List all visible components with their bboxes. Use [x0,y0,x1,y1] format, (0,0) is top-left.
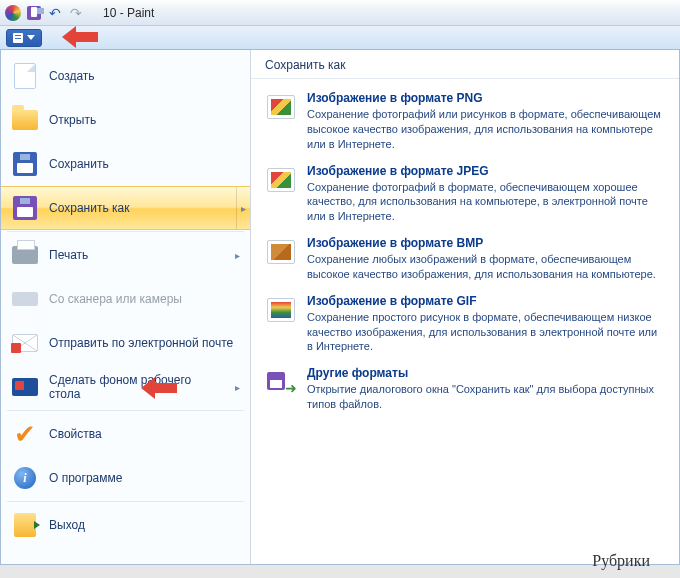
menu-item-scanner: Со сканера или камеры [1,277,250,321]
menu-separator [7,231,244,232]
save-as-gif[interactable]: Изображение в формате GIF Сохранение про… [261,288,669,361]
menu-item-label: Со сканера или камеры [49,292,240,306]
file-menu-left-column: Создать Открыть Сохранить Сохранить как … [1,50,251,564]
menu-item-exit[interactable]: Выход [1,503,250,547]
format-desc: Сохранение простого рисунок в формате, о… [307,310,665,355]
save-as-submenu-panel: Сохранить как Изображение в формате PNG … [251,50,679,564]
format-desc: Сохранение фотографий или рисунков в фор… [307,107,665,152]
menu-item-label: Сохранить [49,157,240,171]
menu-item-about[interactable]: i О программе [1,456,250,500]
menu-item-label: Выход [49,518,240,532]
menu-separator [7,501,244,502]
file-doc-icon [13,33,23,43]
submenu-list: Изображение в формате PNG Сохранение фот… [251,79,679,424]
menu-item-email[interactable]: Отправить по электронной почте [1,321,250,365]
desktop-bg-icon [11,373,39,401]
submenu-chevron-icon: ▸ [235,250,240,261]
window-title: 10 - Paint [103,6,154,20]
dropdown-triangle-icon [27,35,35,40]
format-title: Другие форматы [307,366,665,380]
qat-save-icon[interactable] [25,4,43,22]
menu-item-properties[interactable]: ✔ Свойства [1,412,250,456]
paint-app-icon [4,4,22,22]
print-icon [11,241,39,269]
format-title: Изображение в формате JPEG [307,164,665,178]
menu-item-label: Создать [49,69,240,83]
save-as-jpeg[interactable]: Изображение в формате JPEG Сохранение фо… [261,158,669,231]
menu-item-label: Отправить по электронной почте [49,336,240,350]
gif-icon [265,294,297,326]
qat-redo-icon[interactable]: ↷ [67,4,85,22]
open-icon [11,106,39,134]
format-title: Изображение в формате GIF [307,294,665,308]
jpeg-icon [265,164,297,196]
save-icon [11,150,39,178]
menu-item-print[interactable]: Печать ▸ [1,233,250,277]
menu-item-label: Сделать фоном рабочего стола [49,373,225,401]
menu-item-label: Печать [49,248,225,262]
png-icon [265,91,297,123]
submenu-header: Сохранить как [251,50,679,79]
file-menu-panel: Создать Открыть Сохранить Сохранить как … [0,50,680,565]
scanner-icon [11,285,39,313]
menu-item-open[interactable]: Открыть [1,98,250,142]
format-desc: Открытие диалогового окна "Сохранить как… [307,382,665,412]
menu-separator [7,410,244,411]
format-title: Изображение в формате PNG [307,91,665,105]
submenu-indicator: ▸ [236,187,250,229]
menu-item-new[interactable]: Создать [1,54,250,98]
qat-undo-icon[interactable]: ↶ [46,4,64,22]
format-desc: Сохранение фотографий в формате, обеспеч… [307,180,665,225]
email-icon [11,329,39,357]
save-as-bmp[interactable]: Изображение в формате BMP Сохранение люб… [261,230,669,288]
submenu-chevron-icon: ▸ [235,382,240,393]
menu-item-label: Сохранить как [49,201,226,215]
menu-item-label: О программе [49,471,240,485]
save-as-other[interactable]: Другие форматы Открытие диалогового окна… [261,360,669,418]
bmp-icon [265,236,297,268]
footer-heading: Рубрики [592,552,650,570]
format-desc: Сохранение любых изображений в формате, … [307,252,665,282]
ribbon-tab-bar [0,26,680,50]
exit-icon [11,511,39,539]
menu-item-label: Открыть [49,113,240,127]
file-menu-button[interactable] [6,29,42,47]
new-doc-icon [11,62,39,90]
save-as-png[interactable]: Изображение в формате PNG Сохранение фот… [261,85,669,158]
about-icon: i [11,464,39,492]
menu-item-label: Свойства [49,427,240,441]
menu-item-save[interactable]: Сохранить [1,142,250,186]
properties-icon: ✔ [11,420,39,448]
format-title: Изображение в формате BMP [307,236,665,250]
save-as-icon [11,194,39,222]
other-format-icon [265,366,297,398]
menu-item-desktop-bg[interactable]: Сделать фоном рабочего стола ▸ [1,365,250,409]
titlebar: ↶ ↷ 10 - Paint [0,0,680,26]
menu-item-save-as[interactable]: Сохранить как ▸ [1,186,250,230]
